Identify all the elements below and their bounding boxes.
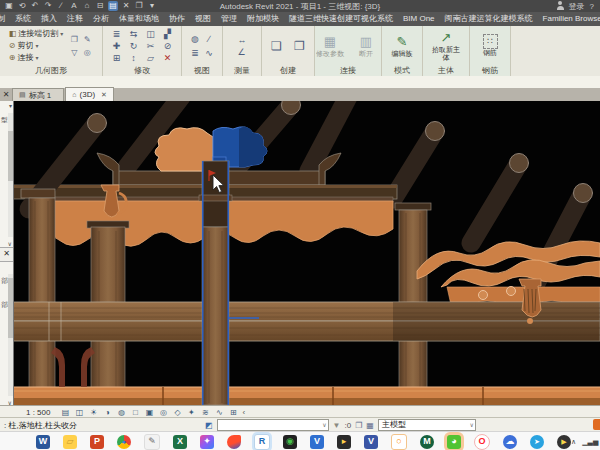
close-palette-icon[interactable]: ✕	[0, 248, 13, 260]
model-canvas[interactable]	[13, 101, 600, 405]
potplayer[interactable]: ▶	[557, 435, 571, 449]
scale-button[interactable]: 1 : 500	[26, 408, 50, 417]
chevron-icon[interactable]: ∨	[8, 240, 12, 247]
create-group[interactable]: ❏	[267, 34, 287, 58]
offset[interactable]: ⇆	[125, 28, 142, 40]
view-tab[interactable]: ⌂ (3D) ✕	[65, 87, 114, 101]
redo[interactable]: ↷	[43, 1, 53, 11]
measure-length[interactable]: ↔	[238, 35, 247, 45]
scrollbar[interactable]	[8, 113, 13, 237]
geometry-button[interactable]: ◧ 连接端切割 ▾	[9, 28, 64, 40]
cloud-drive[interactable]: ☁	[503, 435, 517, 449]
filter[interactable]: ▽	[68, 46, 80, 58]
visio[interactable]: V	[364, 435, 378, 449]
project-browser-sliver[interactable]: 部) 部) ∨	[0, 261, 13, 406]
rebar-button[interactable]: ∷ 钢筋	[473, 34, 507, 57]
visual-style[interactable]: ◫	[72, 408, 86, 417]
ribbon-tab[interactable]: 管理	[216, 12, 242, 26]
render[interactable]: ◍	[114, 408, 128, 417]
hide-isolate[interactable]: ◇	[170, 408, 184, 417]
sun-path[interactable]: ☀	[86, 408, 100, 417]
delete[interactable]: ✕	[159, 52, 176, 64]
crop-view[interactable]: □	[128, 408, 142, 417]
toolbox[interactable]: ▸	[337, 435, 351, 449]
join[interactable]: ⊘	[159, 40, 176, 52]
photos[interactable]: ✦	[200, 435, 214, 449]
switch-windows[interactable]: ❐	[134, 1, 144, 11]
editor[interactable]: ✎	[144, 434, 160, 450]
ribbon-tab[interactable]: 隧道三维快速创建可视化系统	[284, 12, 398, 26]
ribbon-tab[interactable]: Familien Browser	[538, 12, 600, 26]
ribbon-tab[interactable]: 视图	[190, 12, 216, 26]
default-3d-view[interactable]: ⌂	[82, 1, 92, 11]
ribbon-tab[interactable]: 体量和场地	[114, 12, 164, 26]
ribbon-tab[interactable]: BIM One	[398, 12, 440, 26]
ribbon-tab[interactable]: 制	[0, 12, 10, 26]
pin[interactable]: ▱	[142, 52, 159, 64]
excel[interactable]: X	[173, 435, 187, 449]
properties-palette-sliver[interactable]: ▾ 型 ∨	[0, 101, 13, 248]
user-icon[interactable]	[557, 6, 564, 10]
v-app[interactable]: V	[310, 435, 324, 449]
show-crop[interactable]: ▣	[142, 408, 156, 417]
array[interactable]: ⊞	[108, 52, 125, 64]
sync[interactable]: ⟲	[17, 1, 27, 11]
filter-icon[interactable]: ▼	[333, 421, 341, 430]
capture-tool[interactable]: ◉	[283, 435, 297, 449]
network[interactable]: ▁▃▅	[582, 438, 598, 445]
thin-lines[interactable]: ≣	[188, 46, 202, 60]
save[interactable]: ▣	[4, 1, 14, 11]
measure[interactable]: ∕	[56, 1, 66, 11]
file-explorer[interactable]: ▱	[63, 435, 77, 449]
measure-angle[interactable]: ∠	[238, 47, 247, 57]
ribbon-tab[interactable]: 系统	[10, 12, 36, 26]
search-tool[interactable]: ○	[391, 434, 407, 450]
powerpoint[interactable]: P	[90, 435, 104, 449]
chevron-down-icon[interactable]: ▾	[9, 102, 12, 109]
expand-icon[interactable]: ‹	[242, 408, 245, 417]
edit-family-button[interactable]: ✎ 编辑族	[385, 34, 419, 58]
shadows[interactable]: ◑	[100, 408, 114, 417]
wechat[interactable]: ◕	[447, 435, 461, 449]
customize-qat[interactable]: ▾	[147, 1, 157, 11]
workset-select[interactable]: ∨	[217, 419, 329, 431]
create-similar[interactable]: ❐	[290, 34, 310, 58]
ribbon-tab[interactable]: 分析	[88, 12, 114, 26]
ribbon-tab[interactable]: 附加模块	[242, 12, 284, 26]
split[interactable]: ▞	[159, 28, 176, 40]
editable-only-icon[interactable]: ❐	[355, 421, 362, 430]
pick-new-host-button[interactable]: ↗ 拾取新主体	[429, 30, 463, 62]
close-tab-icon[interactable]: ✕	[101, 91, 107, 99]
sign-in-button[interactable]: 登录	[569, 1, 585, 12]
ribbon-tab[interactable]: 闽南古建运算化建模系统	[440, 12, 538, 26]
text[interactable]: A	[69, 1, 79, 11]
select[interactable]: ◎	[81, 46, 93, 58]
word[interactable]: W	[36, 435, 50, 449]
show-constraints[interactable]: ⊞	[226, 408, 240, 417]
ribbon-tab[interactable]: 注释	[62, 12, 88, 26]
trim[interactable]: ✂	[142, 40, 159, 52]
opera[interactable]: O	[474, 434, 490, 450]
ribbon-tab[interactable]: 插入	[36, 12, 62, 26]
help-icon[interactable]: ?	[590, 2, 594, 11]
revit[interactable]: R	[254, 434, 270, 450]
paste[interactable]: ❐	[68, 33, 80, 45]
geometry-button[interactable]: ⊕ 连接 ▾	[9, 52, 64, 64]
section[interactable]: ⊟	[95, 1, 105, 11]
align[interactable]: ≣	[108, 28, 125, 40]
telegram[interactable]: ➤	[530, 435, 544, 449]
reveal-hidden[interactable]: ✦	[184, 408, 198, 417]
worksets-icon[interactable]: ◩	[205, 421, 213, 430]
ribbon-tab[interactable]: 协作	[164, 12, 190, 26]
detail-level[interactable]: ▤	[58, 408, 72, 417]
unlocked-view[interactable]: ◎	[156, 408, 170, 417]
thin-lines[interactable]: ▤	[108, 1, 118, 11]
undo[interactable]: ↶	[30, 1, 40, 11]
design-option-select[interactable]: 主模型 ∨	[378, 419, 476, 431]
temporary-view-properties[interactable]: ∿	[212, 408, 226, 417]
chevron-up[interactable]: ∧	[571, 438, 576, 445]
scale[interactable]: ↕	[125, 52, 142, 64]
geometry-button[interactable]: ⊘ 剪切 ▾	[9, 40, 64, 52]
mirror[interactable]: ◫	[142, 28, 159, 40]
main-beam[interactable]	[13, 302, 600, 341]
